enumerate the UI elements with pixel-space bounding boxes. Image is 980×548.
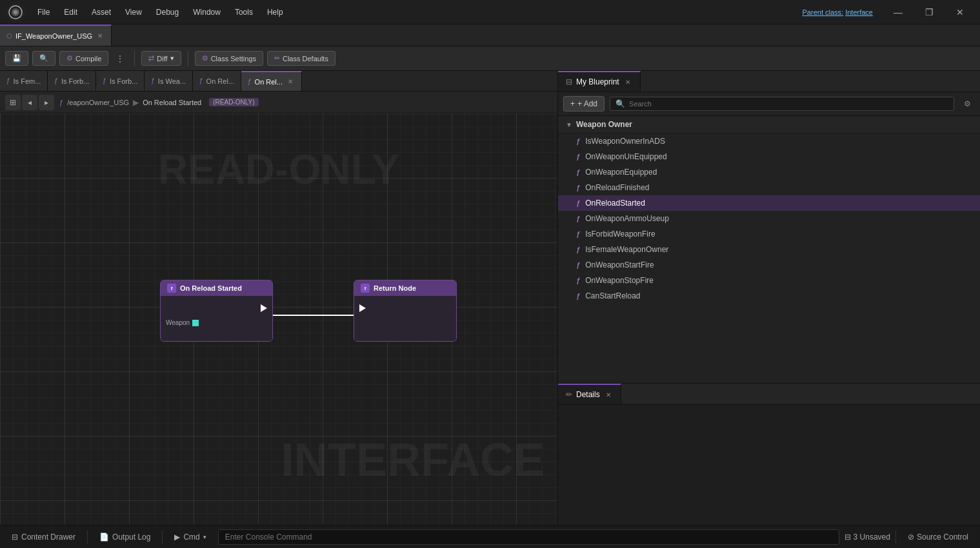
search-box[interactable]: 🔍 [610,97,954,111]
func-item-isfemaleweaponowner[interactable]: ƒ IsFemaleWeaponOwner [558,242,980,257]
search-input[interactable] [629,100,948,108]
mybp-tab-close[interactable]: ✕ [623,77,632,86]
menu-bar: File Edit Asset View Debug Window Tools … [31,5,797,19]
status-sep-1 [87,531,88,543]
console-input[interactable] [218,529,839,545]
maximize-button[interactable]: ❐ [914,3,944,22]
details-tab[interactable]: ✏ Details ✕ [558,384,621,404]
breadcrumb-fn-icon: ƒ [59,99,65,106]
save-button[interactable]: 💾 [5,51,28,66]
unsaved-icon: ⊟ [845,533,851,542]
menu-debug[interactable]: Debug [150,5,185,19]
weapon-label: Weapon [166,319,190,326]
status-bar: ⊟ Content Drawer 📄 Output Log ▶ Cmd ▾ ⊟ … [0,525,980,548]
cmd-dropdown-icon: ▾ [203,534,206,540]
mybp-tab-icon: ⊟ [566,77,572,86]
func-item-onweaponstopfire[interactable]: ƒ OnWeaponStopFire [558,273,980,288]
details-panel: ✏ Details ✕ [558,383,980,525]
add-icon: + [570,99,575,108]
main-content: ƒ Is Fem... ƒ Is Forb... ƒ Is Forb... ƒ … [0,71,980,525]
menu-view[interactable]: View [119,5,148,19]
tab-fn-icon-1: ƒ [6,77,10,84]
add-button[interactable]: + + Add [563,96,605,112]
output-log-label: Output Log [112,533,150,542]
func-item-onweaponstartfire[interactable]: ƒ OnWeaponStartFire [558,257,980,273]
panel-settings-button[interactable]: ⚙ [959,96,975,112]
menu-asset[interactable]: Asset [85,5,117,19]
window-controls: — ❐ ✕ [883,3,975,22]
menu-file[interactable]: File [31,5,56,19]
cmd-label: Cmd [183,533,199,542]
tab-fn-icon-3: ƒ [103,77,106,84]
breadcrumb-path[interactable]: /eaponOwner_USG [67,99,129,106]
source-control-label: Source Control [917,533,968,542]
diff-button[interactable]: ⇄ Diff ▾ [141,51,181,66]
class-settings-button[interactable]: ⚙ Class Settings [195,51,263,66]
func-item-onreloadfinished[interactable]: ƒ OnReloadFinished [558,180,980,195]
mybp-tab[interactable]: ⊟ My Blueprint ✕ [558,71,641,92]
func-item-onreloadstarted[interactable]: ƒ OnReloadStarted [558,195,980,211]
mybp-panel: ⊟ My Blueprint ✕ + + Add 🔍 ⚙ ▼ [558,71,980,383]
compile-icon: ⚙ [66,54,73,63]
menu-edit[interactable]: Edit [57,5,84,19]
toolbar: 💾 🔍 ⚙ Compile ⋮ ⇄ Diff ▾ ⚙ Class Setting… [0,46,980,71]
nav-forward[interactable]: ▸ [39,95,54,110]
source-control-button[interactable]: ⊘ Source Control [901,530,975,544]
tab-on-rel-2[interactable]: ƒ On Rel... ✕ [241,71,302,92]
diff-label: Diff [157,55,167,63]
func-item-onweaponequipped[interactable]: ƒ OnWeaponEquipped [558,164,980,180]
func-item-isforbidweaponfire[interactable]: ƒ IsForbidWeaponFire [558,226,980,242]
func-fx-icon-2: ƒ [576,153,580,161]
func-item-onweaponammouseup[interactable]: ƒ OnWeaponAmmoUseup [558,211,980,226]
compile-button[interactable]: ⚙ Compile [59,51,108,66]
class-defaults-button[interactable]: ✏ Class Defaults [267,51,335,66]
tab-label-6: On Rel... [255,78,283,86]
watermark-read-only: READ-ONLY [158,146,400,193]
node-connection-svg [0,113,557,525]
func-name-6: OnWeaponAmmoUseup [585,214,669,223]
tab-is-forb-1[interactable]: ƒ Is Forb... [48,71,96,92]
func-item-canstartreload[interactable]: ƒ CanStartReload [558,288,980,304]
func-name-8: IsFemaleWeaponOwner [585,245,668,254]
func-name-11: CanStartReload [585,291,640,300]
tab-is-wea[interactable]: ƒ Is Wea... [145,71,193,92]
tab-fn-icon-2: ƒ [54,77,58,84]
breadcrumb-current: On Reload Started [143,99,201,106]
func-item-isweaponownerinads[interactable]: ƒ IsWeaponOwnerInADS [558,133,980,149]
file-tab-label: IF_WeaponOwner_USG [15,32,92,40]
file-tab-close[interactable]: ✕ [95,32,105,41]
status-right: ⊟ 3 Unsaved ⊘ Source Control [845,530,975,544]
compile-options[interactable]: ⋮ [112,52,128,66]
func-section-header[interactable]: ▼ Weapon Owner [558,116,980,133]
close-button[interactable]: ✕ [945,3,975,22]
cmd-button[interactable]: ▶ Cmd ▾ [168,530,212,544]
canvas[interactable]: READ-ONLY INTERFACE f On Reload Started … [0,113,557,525]
menu-help[interactable]: Help [261,5,290,19]
tab-on-rel-1[interactable]: ƒ On Rel... [193,71,241,92]
add-label: + Add [577,99,597,108]
node-header-return: f Return Node [354,280,456,296]
menu-tools[interactable]: Tools [228,5,259,19]
content-drawer-icon: ⊟ [12,533,18,542]
diff-icon: ⇄ [148,54,154,63]
output-log-button[interactable]: 📄 Output Log [93,530,157,544]
nav-back[interactable]: ◂ [22,95,37,110]
minimize-button[interactable]: — [883,3,913,22]
func-item-onweaponunequipped[interactable]: ƒ OnWeaponUnEquipped [558,149,980,164]
console-input-field[interactable] [225,533,832,542]
tab-close-6[interactable]: ✕ [286,77,295,86]
tab-is-forb-2[interactable]: ƒ Is Forb... [96,71,145,92]
breadcrumb-badge: (READ-ONLY) [209,98,258,106]
func-fx-icon-11: ƒ [576,292,580,300]
file-tab[interactable]: ⬡ IF_WeaponOwner_USG ✕ [0,24,112,46]
class-settings-label: Class Settings [211,55,256,63]
parent-class-link[interactable]: Interface [845,8,873,16]
nav-home[interactable]: ⊞ [5,95,21,110]
content-drawer-button[interactable]: ⊟ Content Drawer [5,530,82,544]
details-tab-close[interactable]: ✕ [604,390,613,399]
tab-is-fem[interactable]: ƒ Is Fem... [0,71,48,92]
menu-window[interactable]: Window [186,5,227,19]
browse-button[interactable]: 🔍 [32,51,55,66]
unsaved-label: 3 Unsaved [854,533,890,542]
exec-in-pin [359,304,366,312]
